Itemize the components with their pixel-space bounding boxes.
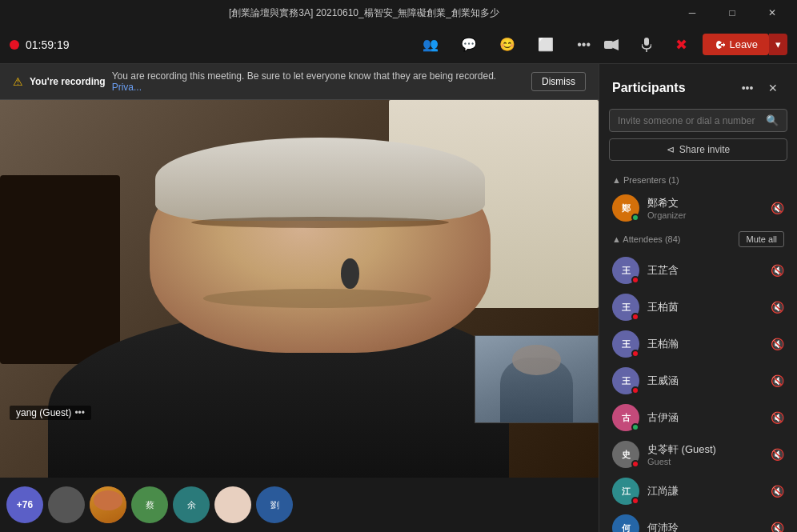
attendees-label: ▲ Attendees (84) (612, 234, 681, 244)
svg-rect-0 (604, 41, 613, 49)
participant-mic-5: 🔇 (771, 448, 784, 461)
participant-avatar-0: 王 (612, 257, 639, 284)
recording-banner: ⚠ You're recording You are recording thi… (0, 64, 599, 100)
more-options-icon[interactable]: ••• (571, 32, 597, 58)
participant-item-2[interactable]: 王 王柏瀚 🔇 (603, 326, 794, 362)
camera-icon[interactable] (597, 30, 626, 59)
participant-avatar-6: 江 (612, 478, 639, 505)
recording-message: You are recording this meeting. Be sure … (112, 70, 525, 93)
person-label: yang (Guest) ••• (10, 406, 91, 420)
sidebar: Participants ••• ✕ 🔍 ⊲ Share invite (599, 64, 797, 532)
sidebar-header-actions: ••• ✕ (736, 77, 784, 99)
participants-icon[interactable]: 👥 (418, 32, 443, 58)
participant-name-2: 王柏瀚 (647, 337, 763, 351)
invite-input[interactable] (618, 115, 761, 126)
titlebar: [創業論壇與實務3A] 20210610_楊智安_無障礙創業_創業知多少 ─ □… (0, 0, 797, 26)
participants-list[interactable]: ▲ Presenters (1) 鄭 鄭希文 Organizer 🔇 ▲ At (599, 170, 797, 532)
mute-all-button[interactable]: Mute all (739, 231, 784, 247)
share-invite-label: Share invite (679, 144, 730, 155)
chat-icon[interactable]: 💬 (456, 32, 482, 58)
participant-item-3[interactable]: 王 王威涵 🔇 (603, 362, 794, 399)
participant-status-2 (631, 350, 639, 358)
avatar-thumb-6[interactable]: 劉 (256, 486, 293, 523)
participant-name-4: 古伊涵 (647, 410, 763, 425)
participant-item-1[interactable]: 王 王柏茵 🔇 (603, 289, 794, 326)
window-controls: ─ □ ✕ (674, 0, 791, 26)
participant-status-4 (631, 423, 639, 431)
participant-mic-6: 🔇 (771, 485, 784, 498)
participant-name-1: 王柏茵 (647, 300, 763, 314)
participant-item-5[interactable]: 史 史苓軒 (Guest) Guest 🔇 (603, 436, 794, 473)
participant-mic-7: 🔇 (771, 522, 784, 532)
participant-mic-3: 🔇 (771, 374, 784, 387)
participant-item-0[interactable]: 王 王芷含 🔇 (603, 252, 794, 289)
participant-avatar-4: 古 (612, 404, 639, 431)
toolbar-left: 01:59:19 (10, 38, 418, 51)
toolbar-right: ✖ Leave ▾ (597, 30, 787, 59)
person-name: yang (Guest) (16, 407, 71, 418)
furniture-left (0, 175, 120, 364)
recording-bold-text: You're recording (30, 76, 106, 87)
participant-mic-2: 🔇 (771, 338, 784, 350)
minimize-button[interactable]: ─ (674, 0, 711, 26)
screen-share-icon[interactable]: ⬜ (533, 32, 559, 58)
share-invite-icon: ⊲ (667, 144, 675, 155)
avatar-thumb-4[interactable]: 余 (173, 486, 210, 523)
participant-mic-4: 🔇 (771, 411, 784, 424)
svg-marker-5 (723, 42, 725, 47)
warning-icon: ⚠ (13, 75, 23, 88)
participant-count[interactable]: +76 (6, 486, 43, 523)
app-container: 01:59:19 👥 💬 😊 ⬜ ••• ✖ (0, 26, 797, 532)
earpiece (341, 258, 358, 289)
main-video: EaR yang (Guest) ••• (0, 100, 599, 478)
participant-item-6[interactable]: 江 江尚謙 🔇 (603, 473, 794, 510)
participant-avatar-3: 王 (612, 367, 639, 394)
svg-rect-2 (644, 38, 649, 46)
participant-status-1 (631, 313, 639, 321)
avatar-thumb-3[interactable]: 蔡 (131, 486, 168, 523)
avatar-thumb-2[interactable] (90, 486, 126, 523)
content-area: ⚠ You're recording You are recording thi… (0, 64, 797, 532)
avatar-thumb-5[interactable] (214, 486, 251, 523)
participant-status-6 (631, 497, 639, 505)
invite-input-wrap: 🔍 (609, 109, 787, 132)
bottom-strip: +76 蔡 余 劉 (0, 478, 599, 532)
participant-avatar-2: 王 (612, 330, 639, 358)
restore-button[interactable]: □ (714, 0, 751, 26)
person-hair (155, 138, 484, 221)
reactions-icon[interactable]: 😊 (495, 32, 520, 58)
participant-name-5: 史苓軒 (Guest) (647, 442, 763, 457)
svg-marker-1 (613, 39, 619, 50)
sidebar-close-icon[interactable]: ✕ (762, 77, 784, 99)
secondary-video (475, 335, 599, 423)
mustache (203, 289, 431, 308)
participant-status-5 (631, 460, 639, 468)
video-overlay (475, 336, 598, 422)
participant-status-0 (631, 276, 639, 284)
sidebar-more-icon[interactable]: ••• (736, 77, 759, 99)
participant-sub-5: Guest (647, 457, 763, 466)
end-call-icon[interactable]: ✖ (667, 30, 696, 59)
presenter-mic-icon: 🔇 (771, 202, 784, 214)
timer-display: 01:59:19 (26, 38, 70, 51)
person-options-icon[interactable]: ••• (74, 407, 85, 418)
leave-button[interactable]: Leave (703, 34, 769, 55)
video-area: ⚠ You're recording You are recording thi… (0, 64, 599, 532)
close-button[interactable]: ✕ (754, 0, 791, 26)
toolbar-center: 👥 💬 😊 ⬜ ••• (418, 32, 597, 58)
presenter-info: 鄭希文 Organizer (647, 196, 763, 220)
dismiss-button[interactable]: Dismiss (531, 72, 586, 91)
participant-item-4[interactable]: 古 古伊涵 🔇 (603, 399, 794, 436)
participant-name-7: 何沛玲 (647, 521, 763, 532)
participant-item-7[interactable]: 何 何沛玲 🔇 (603, 510, 794, 532)
privacy-link[interactable]: Priva... (112, 82, 142, 93)
participant-status-3 (631, 386, 639, 394)
leave-dropdown-button[interactable]: ▾ (769, 34, 787, 55)
avatar-thumb-1[interactable] (48, 486, 85, 523)
share-invite-button[interactable]: ⊲ Share invite (609, 138, 787, 161)
secondary-video-inner (475, 336, 598, 422)
presenter-status-dot (631, 214, 639, 222)
window-title: [創業論壇與實務3A] 20210610_楊智安_無障礙創業_創業知多少 (54, 6, 674, 20)
presenter-item[interactable]: 鄭 鄭希文 Organizer 🔇 (603, 190, 794, 226)
microphone-icon[interactable] (632, 30, 661, 59)
